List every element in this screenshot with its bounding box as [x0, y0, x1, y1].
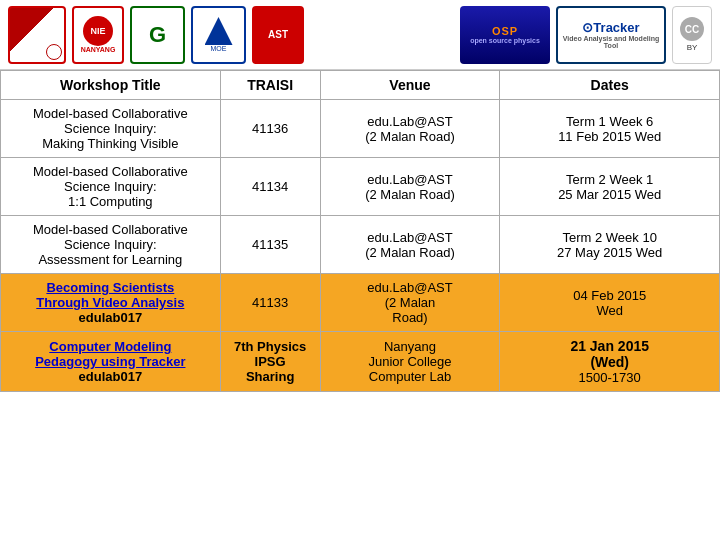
- row5-title-line2[interactable]: Pedagogy using Tracker: [9, 354, 212, 369]
- table-row: Model-based Collaborative Science Inquir…: [1, 216, 720, 274]
- table-row: Model-based Collaborative Science Inquir…: [1, 100, 720, 158]
- table-row: Model-based Collaborative Science Inquir…: [1, 158, 720, 216]
- header-venue: Venue: [320, 71, 500, 100]
- row3-traisi: 41135: [220, 216, 320, 274]
- row1-venue: edu.Lab@AST (2 Malan Road): [320, 100, 500, 158]
- row1-title: Model-based Collaborative Science Inquir…: [1, 100, 221, 158]
- row4-title: Becoming Scientists Through Video Analys…: [1, 274, 221, 332]
- row4-traisi: 41133: [220, 274, 320, 332]
- osp-logo: OSP open source physics: [460, 6, 550, 64]
- row5-dates: 21 Jan 2015 (Wed) 1500-1730: [500, 332, 720, 392]
- row4-venue: edu.Lab@AST (2 Malan Road): [320, 274, 500, 332]
- row2-traisi: 41134: [220, 158, 320, 216]
- row5-traisi: 7th Physics IPSG Sharing: [220, 332, 320, 392]
- logo-red-white: AST: [252, 6, 304, 64]
- header-logos: NIE NANYANG G MOE AST OSP open source ph…: [0, 0, 720, 70]
- header-dates: Dates: [500, 71, 720, 100]
- table-header-row: Workshop Title TRAISI Venue Dates: [1, 71, 720, 100]
- row2-dates: Term 2 Week 1 25 Mar 2015 Wed: [500, 158, 720, 216]
- logo-ntu: [8, 6, 66, 64]
- logo-blue: MOE: [191, 6, 246, 64]
- table-row: Becoming Scientists Through Video Analys…: [1, 274, 720, 332]
- row4-dates: 04 Feb 2015 Wed: [500, 274, 720, 332]
- row4-title-line1[interactable]: Becoming Scientists: [9, 280, 212, 295]
- row5-venue: Nanyang Junior College Computer Lab: [320, 332, 500, 392]
- row1-traisi: 41136: [220, 100, 320, 158]
- row4-title-line2[interactable]: Through Video Analysis: [9, 295, 212, 310]
- row4-title-line3: edulab017: [9, 310, 212, 325]
- tracker-logo: ⊙Tracker Video Analysis and Modeling Too…: [556, 6, 666, 64]
- row5-title: Computer Modeling Pedagogy using Tracker…: [1, 332, 221, 392]
- row5-title-line1[interactable]: Computer Modeling: [9, 339, 212, 354]
- table-row: Computer Modeling Pedagogy using Tracker…: [1, 332, 720, 392]
- logo-nie: NIE NANYANG: [72, 6, 124, 64]
- row3-venue: edu.Lab@AST (2 Malan Road): [320, 216, 500, 274]
- header-traisi: TRAISI: [220, 71, 320, 100]
- cc-logo: CC BY: [672, 6, 712, 64]
- row2-venue: edu.Lab@AST (2 Malan Road): [320, 158, 500, 216]
- row2-title: Model-based Collaborative Science Inquir…: [1, 158, 221, 216]
- logo-g: G: [130, 6, 185, 64]
- row5-title-line3: edulab017: [9, 369, 212, 384]
- header-workshop-title: Workshop Title: [1, 71, 221, 100]
- workshop-table: Workshop Title TRAISI Venue Dates Model-…: [0, 70, 720, 392]
- row3-dates: Term 2 Week 10 27 May 2015 Wed: [500, 216, 720, 274]
- row3-title: Model-based Collaborative Science Inquir…: [1, 216, 221, 274]
- row1-dates: Term 1 Week 6 11 Feb 2015 Wed: [500, 100, 720, 158]
